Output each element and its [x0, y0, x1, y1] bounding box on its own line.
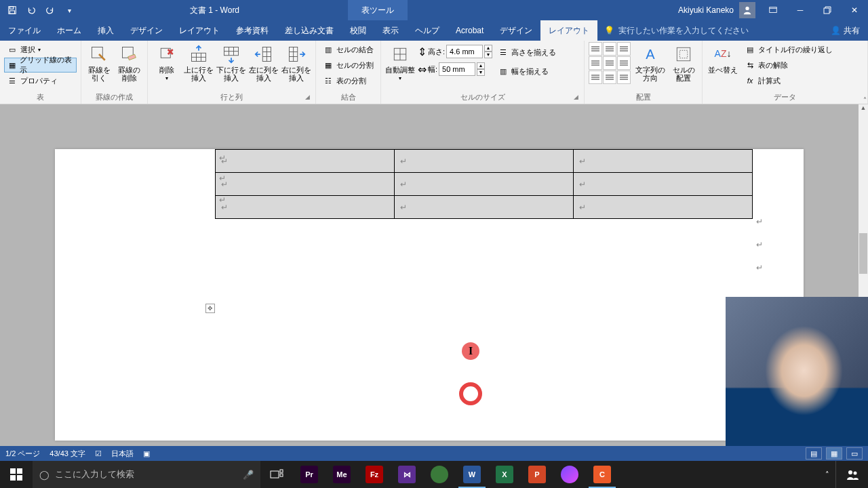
insert-above-button[interactable]: 上に行を 挿入	[184, 42, 214, 82]
user-avatar-icon[interactable]	[739, 2, 755, 18]
text-direction-button[interactable]: A 文字列の 方向	[633, 42, 667, 82]
tab-view[interactable]: 表示	[374, 20, 407, 41]
align-middle-left[interactable]	[589, 56, 602, 70]
draw-table-button[interactable]: 罫線を 引く	[85, 42, 113, 82]
distribute-cols-button[interactable]: ▥幅を揃える	[495, 64, 559, 79]
col-width-input[interactable]	[439, 62, 475, 76]
sort-button[interactable]: AZ↓ 並べ替え	[707, 42, 739, 75]
table-cell[interactable]: ↵	[395, 173, 574, 196]
minimize-button[interactable]: ─	[787, 0, 814, 20]
tab-mailings[interactable]: 差し込み文書	[277, 20, 342, 41]
table-cell[interactable]: ↵	[395, 196, 574, 219]
width-step-down[interactable]: ▼	[477, 69, 485, 76]
taskbar-camtasia[interactable]: C	[586, 461, 618, 488]
page-1[interactable]: ↵ ↵ ↵ ✥ ↵↵↵ ↵↵↵ ↵↵↵ ↵ ↵ ↵	[55, 149, 804, 441]
tab-home[interactable]: ホーム	[49, 20, 90, 41]
language-indicator[interactable]: 日本語	[111, 449, 134, 459]
table-cell[interactable]: ↵	[395, 150, 574, 173]
table-cell[interactable]: ↵	[216, 196, 395, 219]
taskbar-app-purple[interactable]	[553, 461, 586, 488]
merge-cells-button[interactable]: ▥セルの結合	[320, 42, 376, 57]
spellcheck-icon[interactable]: ☑	[95, 449, 102, 458]
height-step-up[interactable]: ▲	[484, 45, 492, 52]
tab-acrobat[interactable]: Acrobat	[448, 20, 492, 41]
formula-button[interactable]: fx計算式	[742, 73, 835, 88]
taskbar-visual-studio[interactable]: ⋈	[391, 461, 423, 488]
align-middle-right[interactable]	[617, 56, 631, 70]
tab-help[interactable]: ヘルプ	[407, 20, 448, 41]
table-cell[interactable]: ↵	[216, 173, 395, 196]
table-cell[interactable]: ↵	[216, 150, 395, 173]
align-bottom-center[interactable]	[603, 70, 616, 84]
delete-button[interactable]: 削除▾	[152, 42, 181, 81]
tab-insert[interactable]: 挿入	[90, 20, 122, 41]
share-button[interactable]: 👤 共有	[823, 20, 868, 41]
document-table[interactable]: ↵↵↵ ↵↵↵ ↵↵↵	[215, 149, 753, 219]
taskbar-app-green[interactable]	[423, 461, 456, 488]
tab-table-layout[interactable]: レイアウト	[540, 20, 597, 41]
align-middle-center[interactable]	[603, 56, 616, 70]
taskbar-powerpoint[interactable]: P	[521, 461, 553, 488]
split-cells-button[interactable]: ▦セルの分割	[320, 58, 376, 73]
web-layout-button[interactable]: ▭	[846, 447, 863, 460]
autofit-button[interactable]: 自動調整▾	[385, 42, 415, 81]
redo-button[interactable]	[42, 2, 58, 18]
align-bottom-left[interactable]	[589, 70, 602, 84]
repeat-header-button[interactable]: ▤タイトル行の繰り返し	[742, 42, 835, 57]
maximize-button[interactable]	[814, 0, 841, 20]
height-step-down[interactable]: ▼	[484, 52, 492, 58]
tell-me-search[interactable]: 💡 実行したい作業を入力してください	[597, 20, 823, 41]
taskbar-media-encoder[interactable]: Me	[326, 461, 358, 488]
table-cell[interactable]: ↵	[574, 150, 753, 173]
align-top-left[interactable]	[589, 42, 602, 56]
collapse-ribbon-button[interactable]: ˄	[863, 96, 867, 104]
read-mode-button[interactable]: ▤	[806, 447, 822, 460]
taskbar-search[interactable]: ◯ ここに入力して検索 🎤	[33, 461, 260, 488]
align-bottom-right[interactable]	[617, 70, 631, 84]
tab-file[interactable]: ファイル	[0, 20, 49, 41]
mic-icon[interactable]: 🎤	[243, 470, 260, 480]
align-top-right[interactable]	[617, 42, 631, 56]
view-gridlines-button[interactable]: ▦グリッド線の表示	[4, 58, 77, 73]
people-button[interactable]	[835, 461, 868, 488]
macro-recording-icon[interactable]: ▣	[143, 449, 150, 458]
page-indicator[interactable]: 1/2 ページ	[5, 449, 40, 459]
taskbar-premiere[interactable]: Pr	[293, 461, 326, 488]
table-cell[interactable]: ↵	[574, 196, 753, 219]
ribbon-display-options-button[interactable]	[760, 0, 787, 20]
insert-right-button[interactable]: 右に列を 挿入	[281, 42, 311, 82]
print-layout-button[interactable]: ▦	[826, 447, 842, 460]
undo-button[interactable]	[23, 2, 39, 18]
word-count[interactable]: 43/43 文字	[50, 449, 85, 459]
tab-review[interactable]: 校閲	[342, 20, 374, 41]
task-view-button[interactable]	[260, 461, 293, 488]
distribute-rows-button[interactable]: ☰高さを揃える	[495, 45, 559, 60]
table-cell[interactable]: ↵	[574, 173, 753, 196]
convert-to-text-button[interactable]: ⇆表の解除	[742, 58, 835, 73]
tab-table-design[interactable]: デザイン	[492, 20, 540, 41]
align-top-center[interactable]	[603, 42, 616, 56]
split-table-button[interactable]: ☷表の分割	[320, 73, 376, 88]
start-button[interactable]	[0, 461, 33, 488]
close-button[interactable]: ✕	[841, 0, 868, 20]
tab-design[interactable]: デザイン	[122, 20, 171, 41]
qat-customize-icon[interactable]: ▾	[61, 2, 77, 18]
width-step-up[interactable]: ▲	[477, 62, 485, 69]
taskbar-filezilla[interactable]: Fz	[358, 461, 391, 488]
eraser-button[interactable]: 罫線の 削除	[116, 42, 144, 82]
insert-below-button[interactable]: 下に行を 挿入	[216, 42, 246, 82]
delete-label: 削除	[159, 66, 174, 75]
row-height-input[interactable]	[446, 45, 483, 58]
cell-margins-button[interactable]: セルの 配置	[670, 42, 697, 82]
tab-layout[interactable]: レイアウト	[171, 20, 228, 41]
insert-left-button[interactable]: 左に列を 挿入	[249, 42, 279, 82]
tab-references[interactable]: 参考資料	[228, 20, 277, 41]
scroll-up-button[interactable]: ▲	[859, 104, 868, 114]
table-move-handle[interactable]: ✥	[205, 304, 215, 313]
scroll-thumb[interactable]	[859, 233, 867, 274]
taskbar-excel[interactable]: X	[488, 461, 521, 488]
taskbar-word[interactable]: W	[456, 461, 488, 488]
properties-button[interactable]: ☰プロパティ	[4, 73, 77, 88]
save-button[interactable]	[4, 2, 20, 18]
tray-overflow-button[interactable]: ˄	[819, 470, 835, 479]
